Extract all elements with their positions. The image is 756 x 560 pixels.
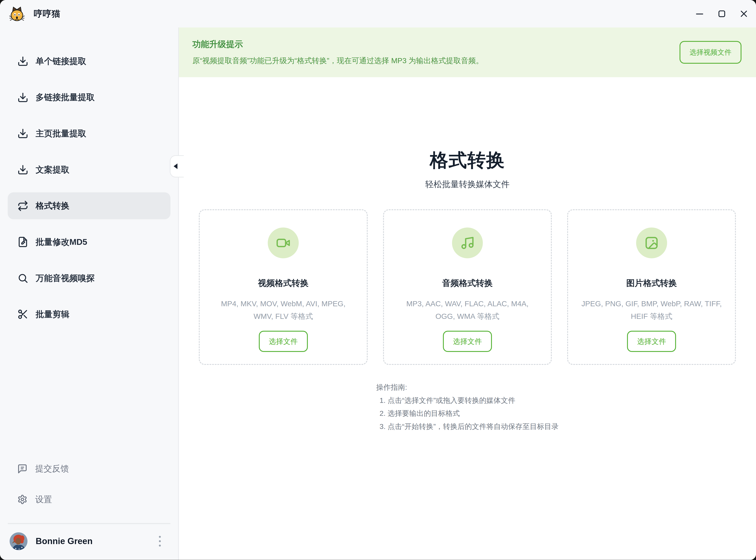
sidebar-item-settings[interactable]: 设置 (8, 488, 171, 511)
banner-texts: 功能升级提示 原“视频提取音频”功能已升级为“格式转换”，现在可通过选择 MP3… (192, 39, 483, 66)
sidebar-item-single-link-extract[interactable]: 单个链接提取 (8, 48, 171, 75)
audio-convert-card[interactable]: 音频格式转换 MP3, AAC, WAV, FLAC, ALAC, M4A, O… (383, 209, 552, 365)
minimize-button[interactable] (692, 6, 707, 22)
sidebar-item-batch-clip[interactable]: 批量剪辑 (8, 301, 171, 328)
search-icon (17, 273, 28, 284)
app-logo-cat-icon (9, 6, 25, 22)
user-name: Bonnie Green (36, 536, 93, 546)
sidebar-item-label: 批量剪辑 (36, 309, 69, 320)
card-title: 视频格式转换 (258, 278, 309, 289)
sidebar-item-label: 多链接批量提取 (36, 92, 95, 103)
sidebar-item-label: 设置 (35, 494, 52, 505)
sidebar: 单个链接提取 多链接批量提取 主页批量提取 文案提取 格式转换 (0, 27, 179, 560)
download-icon (17, 92, 28, 103)
user-menu-kebab-icon[interactable] (157, 533, 163, 549)
page-subtitle: 轻松批量转换媒体文件 (179, 178, 756, 190)
sidebar-item-label: 批量修改MD5 (36, 236, 87, 247)
repeat-icon (17, 200, 28, 212)
select-file-button-audio[interactable]: 选择文件 (443, 331, 492, 352)
download-icon (17, 56, 28, 67)
download-icon (17, 164, 28, 175)
sidebar-item-label: 万能音视频嗅探 (36, 273, 95, 284)
select-file-button-video[interactable]: 选择文件 (259, 331, 308, 352)
image-icon (644, 236, 659, 250)
sidebar-item-homepage-batch-extract[interactable]: 主页批量提取 (8, 120, 171, 147)
video-convert-card[interactable]: 视频格式转换 MP4, MKV, MOV, WebM, AVI, MPEG, W… (199, 209, 367, 365)
guide-step: 1. 点击“选择文件”或拖入要转换的媒体文件 (380, 394, 559, 407)
sidebar-item-label: 单个链接提取 (36, 56, 86, 67)
scissors-icon (17, 309, 28, 320)
chevron-left-icon (174, 163, 177, 169)
user-profile: Bonnie Green (0, 524, 178, 560)
card-title: 音频格式转换 (442, 278, 493, 289)
window-controls (684, 6, 751, 22)
sidebar-item-copy-extract[interactable]: 文案提取 (8, 156, 171, 183)
audio-icon-circle (452, 227, 483, 258)
feedback-icon (17, 464, 27, 474)
upgrade-banner: 功能升级提示 原“视频提取音频”功能已升级为“格式转换”，现在可通过选择 MP3… (179, 27, 756, 77)
avatar (9, 532, 27, 550)
sidebar-spacer (0, 337, 178, 457)
guide-step: 2. 选择要输出的目标格式 (380, 407, 559, 420)
image-convert-card[interactable]: 图片格式转换 JPEG, PNG, GIF, BMP, WebP, RAW, T… (567, 209, 736, 365)
sidebar-item-universal-media-sniffer[interactable]: 万能音视频嗅探 (8, 265, 171, 292)
sidebar-item-label: 提交反馈 (35, 463, 69, 474)
sidebar-item-label: 主页批量提取 (36, 128, 86, 139)
download-icon (17, 128, 28, 139)
page-title: 格式转换 (179, 147, 756, 173)
banner-body: 原“视频提取音频”功能已升级为“格式转换”，现在可通过选择 MP3 为输出格式提… (192, 56, 483, 66)
guide-title: 操作指南: (376, 381, 559, 394)
select-video-file-button[interactable]: 选择视频文件 (679, 41, 741, 64)
music-note-icon (460, 236, 475, 250)
card-title: 图片格式转换 (626, 278, 677, 289)
maximize-button[interactable] (715, 6, 729, 22)
close-button[interactable] (737, 6, 751, 22)
main-content: 功能升级提示 原“视频提取音频”功能已升级为“格式转换”，现在可通过选择 MP3… (179, 27, 756, 560)
sidebar-item-multi-link-batch-extract[interactable]: 多链接批量提取 (8, 84, 171, 111)
app-title: 哼哼猫 (34, 8, 61, 20)
title-bar: 哼哼猫 (0, 0, 756, 27)
select-file-button-image[interactable]: 选择文件 (627, 331, 676, 352)
sidebar-nav: 单个链接提取 多链接批量提取 主页批量提取 文案提取 格式转换 (0, 27, 178, 337)
video-camera-icon (276, 236, 291, 250)
card-formats: JPEG, PNG, GIF, BMP, WebP, RAW, TIFF, HE… (568, 298, 735, 322)
sidebar-item-label: 格式转换 (36, 200, 69, 212)
banner-title: 功能升级提示 (192, 39, 483, 50)
card-formats: MP3, AAC, WAV, FLAC, ALAC, M4A, OGG, WMA… (384, 298, 551, 322)
sidebar-collapse-handle[interactable] (170, 155, 184, 177)
operation-guide: 操作指南: 1. 点击“选择文件”或拖入要转换的媒体文件 2. 选择要输出的目标… (376, 381, 559, 433)
sidebar-item-feedback[interactable]: 提交反馈 (8, 457, 171, 480)
sidebar-item-batch-modify-md5[interactable]: 批量修改MD5 (8, 228, 171, 256)
sidebar-item-label: 文案提取 (36, 164, 69, 175)
video-icon-circle (268, 227, 299, 258)
card-formats: MP4, MKV, MOV, WebM, AVI, MPEG, WMV, FLV… (200, 298, 366, 322)
converter-cards: 视频格式转换 MP4, MKV, MOV, WebM, AVI, MPEG, W… (179, 209, 756, 365)
file-pen-icon (17, 236, 28, 247)
sidebar-item-format-convert[interactable]: 格式转换 (8, 192, 171, 219)
image-icon-circle (636, 227, 667, 258)
stage: 哼哼猫 单个链接提取 (0, 0, 756, 560)
gear-icon (17, 494, 27, 504)
app-window: 哼哼猫 单个链接提取 (0, 0, 756, 560)
guide-step: 3. 点击“开始转换”，转换后的文件将自动保存至目标目录 (380, 420, 559, 433)
